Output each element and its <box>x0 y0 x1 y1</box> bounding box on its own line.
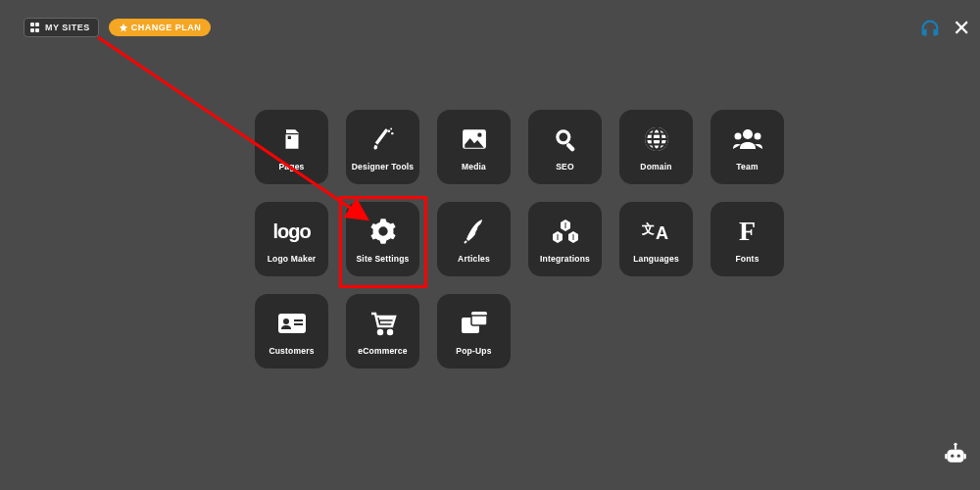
tile-fonts[interactable]: F Fonts <box>710 202 784 276</box>
tile-label: Customers <box>269 346 314 356</box>
tile-languages[interactable]: 文A Languages <box>619 202 693 276</box>
tile-label: Media <box>462 162 486 172</box>
tile-label: eCommerce <box>358 346 407 356</box>
chatbot-icon[interactable] <box>943 441 968 470</box>
svg-point-1 <box>387 129 390 132</box>
svg-point-16 <box>734 133 741 140</box>
tile-ecommerce[interactable]: eCommerce <box>346 294 419 368</box>
image-icon <box>462 122 487 156</box>
tile-domain[interactable]: Domain <box>619 110 693 184</box>
gear-icon <box>369 215 397 248</box>
svg-point-29 <box>378 330 382 334</box>
svg-text:文: 文 <box>642 221 655 236</box>
svg-text:A: A <box>656 223 668 243</box>
star-icon <box>119 23 128 32</box>
tile-label: Languages <box>633 254 679 264</box>
tile-label: Domain <box>640 162 671 172</box>
globe-icon <box>644 122 669 156</box>
change-plan-label: CHANGE PLAN <box>131 23 202 32</box>
tile-label: Designer Tools <box>352 162 415 172</box>
svg-rect-8 <box>565 142 575 152</box>
tile-label: SEO <box>556 162 574 172</box>
svg-point-2 <box>391 132 393 134</box>
my-sites-button[interactable]: MY SITES <box>24 18 99 37</box>
popup-icon <box>462 307 487 340</box>
svg-rect-28 <box>294 323 303 325</box>
tile-designer-tools[interactable]: Designer Tools <box>346 110 419 184</box>
boxes-icon <box>552 215 579 248</box>
svg-rect-38 <box>947 450 963 463</box>
my-sites-label: MY SITES <box>45 23 90 32</box>
tile-popups[interactable]: Pop-Ups <box>437 294 511 368</box>
svg-point-42 <box>954 443 956 446</box>
feather-icon <box>463 215 486 248</box>
grid-icon <box>30 23 40 32</box>
tile-label: Articles <box>458 254 490 264</box>
tile-team[interactable]: Team <box>710 110 784 184</box>
svg-point-40 <box>957 455 960 458</box>
logo-icon: logo <box>272 215 310 248</box>
tile-media[interactable]: Media <box>437 110 511 184</box>
svg-rect-44 <box>964 454 966 459</box>
id-card-icon <box>278 307 306 340</box>
search-icon <box>553 122 578 156</box>
tile-articles[interactable]: Articles <box>437 202 511 276</box>
svg-rect-0 <box>287 136 290 139</box>
tile-label: Logo Maker <box>268 254 317 264</box>
svg-point-7 <box>559 133 567 142</box>
paintbrush-icon <box>369 122 397 156</box>
close-icon[interactable]: ✕ <box>953 18 970 39</box>
dashboard-grid: Pages Designer Tools Media SEO Domain <box>255 110 784 368</box>
svg-line-19 <box>465 241 466 243</box>
tile-pages[interactable]: Pages <box>255 110 328 184</box>
fonts-icon: F <box>739 215 756 248</box>
svg-point-5 <box>477 133 481 137</box>
tile-label: Pop-Ups <box>456 346 491 356</box>
support-headphones-icon[interactable] <box>919 18 941 39</box>
tile-label: Pages <box>278 162 304 172</box>
tile-label: Team <box>736 162 758 172</box>
svg-point-30 <box>388 330 392 334</box>
team-icon <box>733 122 762 156</box>
pages-icon <box>279 122 305 156</box>
tile-integrations[interactable]: Integrations <box>528 202 602 276</box>
tile-label: Site Settings <box>356 254 409 264</box>
svg-point-26 <box>283 318 289 324</box>
svg-rect-27 <box>294 319 303 321</box>
svg-point-39 <box>951 455 954 458</box>
tile-label: Integrations <box>540 254 590 264</box>
change-plan-button[interactable]: CHANGE PLAN <box>109 19 212 36</box>
svg-point-15 <box>743 129 753 139</box>
svg-rect-43 <box>945 454 947 459</box>
svg-point-18 <box>379 228 386 235</box>
translate-icon: 文A <box>642 215 671 248</box>
tile-site-settings[interactable]: Site Settings <box>346 202 419 276</box>
svg-point-17 <box>754 133 760 140</box>
tile-label: Fonts <box>735 254 759 264</box>
tile-customers[interactable]: Customers <box>255 294 328 368</box>
cart-icon <box>369 307 397 340</box>
svg-point-3 <box>390 128 392 130</box>
tile-logo-maker[interactable]: logo Logo Maker <box>255 202 328 276</box>
tile-seo[interactable]: SEO <box>528 110 602 184</box>
